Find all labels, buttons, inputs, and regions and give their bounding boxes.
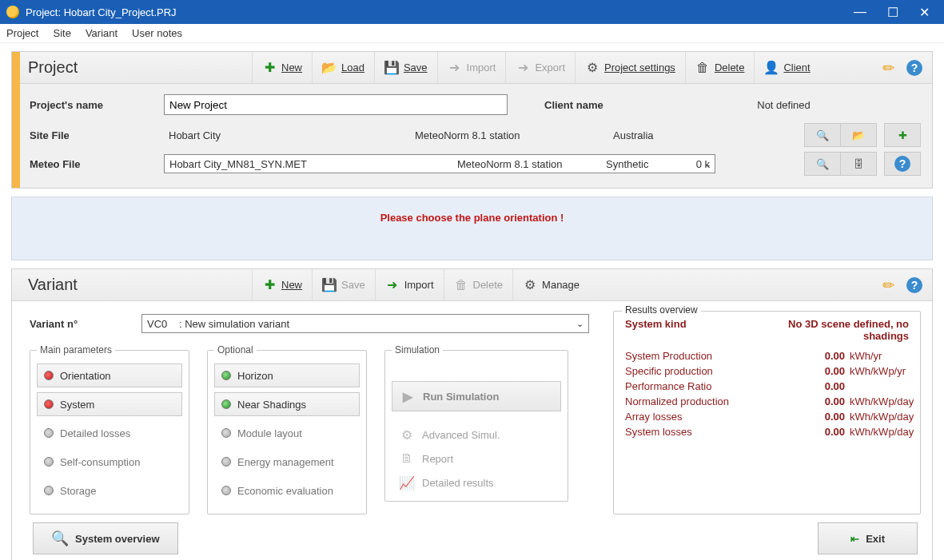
optional-param-module-layout[interactable]: Module layout bbox=[214, 421, 360, 445]
variant-delete-button[interactable]: 🗑Delete bbox=[444, 269, 513, 300]
optional-param-energy-management[interactable]: Energy management bbox=[214, 450, 360, 474]
simulation-legend: Simulation bbox=[392, 344, 443, 355]
search-icon: 🔍 bbox=[51, 530, 69, 547]
main-param-system[interactable]: System bbox=[37, 392, 182, 416]
optional-param-label: Horizon bbox=[237, 370, 273, 382]
menu-usernotes[interactable]: User notes bbox=[132, 27, 182, 39]
main-param-label: Orientation bbox=[60, 370, 111, 382]
results-row: System losses0.00kWh/kWp/day bbox=[625, 424, 909, 439]
project-load-button[interactable]: 📂Load bbox=[312, 52, 374, 83]
detailed-results-button[interactable]: 📈Detailed results bbox=[392, 471, 561, 494]
site-search-button[interactable]: 🔍 bbox=[804, 123, 841, 147]
optional-param-near-shadings[interactable]: Near Shadings bbox=[214, 392, 360, 416]
run-simulation-button[interactable]: ▶ Run Simulation bbox=[392, 381, 561, 411]
project-accent bbox=[12, 52, 20, 188]
exit-button[interactable]: ⇤ Exit bbox=[818, 522, 918, 554]
results-row: Specific production0.00kWh/kWp/yr bbox=[625, 363, 909, 379]
client-name-value: Not defined bbox=[647, 99, 921, 111]
project-settings-button[interactable]: ⚙Project settings bbox=[575, 52, 685, 83]
variant-toolbar: ✚New 💾Save ➜Import 🗑Delete ⚙Manage bbox=[252, 269, 589, 300]
edit-icon[interactable]: ✎ bbox=[878, 57, 899, 77]
help-icon[interactable]: ? bbox=[906, 60, 922, 76]
project-client-button[interactable]: 👤Client bbox=[754, 52, 819, 83]
results-heading-right: No 3D scene defined, no shadings bbox=[765, 318, 909, 342]
site-open-button[interactable]: 📂 bbox=[840, 123, 877, 147]
status-dot-icon bbox=[221, 457, 231, 467]
project-new-label: New bbox=[281, 62, 302, 73]
main-param-detailed-losses[interactable]: Detailed losses bbox=[37, 421, 182, 445]
project-load-label: Load bbox=[341, 62, 364, 73]
main-param-label: Detailed losses bbox=[60, 427, 130, 439]
site-add-button[interactable]: ✚ bbox=[884, 123, 921, 147]
run-simulation-label: Run Simulation bbox=[423, 391, 499, 403]
variant-select-text: : New simulation variant bbox=[179, 318, 289, 330]
meteo-file-dropdown[interactable]: Hobart City_MN81_SYN.MET MeteoNorm 8.1 s… bbox=[164, 154, 715, 173]
main-param-label: System bbox=[60, 399, 94, 411]
save-icon: 💾 bbox=[322, 278, 337, 292]
meteo-db-button[interactable]: 🗄 bbox=[840, 152, 877, 176]
help-icon[interactable]: ? bbox=[906, 277, 922, 293]
main-params-legend: Main parameters bbox=[37, 344, 115, 355]
status-dot-icon bbox=[44, 486, 54, 495]
report-button[interactable]: 🗎Report bbox=[392, 447, 561, 471]
minimize-button[interactable]: — bbox=[854, 5, 866, 20]
trash-icon: 🗑 bbox=[695, 61, 710, 75]
variant-import-label: Import bbox=[404, 279, 434, 291]
meteo-help-button[interactable]: ? bbox=[884, 152, 921, 176]
variant-select-dropdown[interactable]: VC0 : New simulation variant ⌄ bbox=[141, 314, 589, 333]
result-unit: kWh/kWp/yr bbox=[845, 365, 909, 377]
optional-param-economic-evaluation[interactable]: Economic evaluation bbox=[214, 479, 360, 502]
result-value: 0.00 bbox=[797, 411, 845, 423]
main-param-self-consumption[interactable]: Self-consumption bbox=[37, 450, 182, 474]
variant-import-button[interactable]: ➜Import bbox=[375, 269, 444, 300]
main-param-orientation[interactable]: Orientation bbox=[37, 363, 182, 387]
variant-new-button[interactable]: ✚New bbox=[252, 269, 312, 300]
advanced-simul-button[interactable]: ⚙Advanced Simul. bbox=[392, 423, 561, 447]
optional-param-horizon[interactable]: Horizon bbox=[214, 363, 360, 387]
project-import-button[interactable]: ➜Import bbox=[437, 52, 506, 83]
variant-manage-button[interactable]: ⚙Manage bbox=[512, 269, 589, 300]
variant-manage-label: Manage bbox=[542, 279, 580, 291]
system-overview-label: System overview bbox=[75, 533, 160, 545]
project-delete-label: Delete bbox=[715, 62, 745, 73]
project-save-button[interactable]: 💾Save bbox=[374, 52, 437, 83]
result-key: System Production bbox=[625, 350, 797, 362]
status-dot-icon bbox=[44, 399, 54, 409]
project-name-input[interactable] bbox=[164, 94, 508, 115]
project-toolbar: ✚New 📂Load 💾Save ➜Import ➜Export ⚙Projec… bbox=[252, 52, 820, 83]
app-icon bbox=[6, 6, 19, 18]
variant-header: Variant ✚New 💾Save ➜Import 🗑Delete ⚙Mana… bbox=[12, 269, 932, 301]
optional-param-label: Near Shadings bbox=[237, 399, 306, 411]
gear-icon: ⚙ bbox=[400, 427, 414, 442]
close-button[interactable]: ✕ bbox=[919, 5, 930, 20]
project-name-label: Project's name bbox=[30, 99, 157, 111]
menu-variant[interactable]: Variant bbox=[86, 27, 118, 39]
result-key: Specific production bbox=[625, 365, 797, 377]
menu-project[interactable]: Project bbox=[6, 27, 38, 39]
folder-open-icon: 📂 bbox=[322, 61, 337, 75]
system-overview-button[interactable]: 🔍 System overview bbox=[33, 522, 178, 554]
project-new-button[interactable]: ✚New bbox=[252, 52, 312, 83]
variant-new-label: New bbox=[281, 279, 302, 291]
meteo-search-button[interactable]: 🔍 bbox=[804, 152, 841, 176]
status-dot-icon bbox=[44, 371, 54, 380]
status-dot-icon bbox=[44, 457, 54, 467]
project-save-label: Save bbox=[404, 62, 428, 73]
maximize-button[interactable]: ☐ bbox=[887, 5, 898, 20]
menu-site[interactable]: Site bbox=[53, 27, 70, 39]
status-dot-icon bbox=[221, 428, 231, 438]
variant-save-button[interactable]: 💾Save bbox=[312, 269, 375, 300]
project-export-button[interactable]: ➜Export bbox=[505, 52, 575, 83]
edit-icon[interactable]: ✎ bbox=[878, 274, 899, 295]
plus-icon: ✚ bbox=[898, 129, 907, 141]
help-icon: ? bbox=[894, 156, 910, 172]
main-param-storage[interactable]: Storage bbox=[37, 479, 182, 502]
result-value: 0.00 bbox=[797, 426, 845, 438]
optional-legend: Optional bbox=[214, 344, 257, 355]
results-legend: Results overview bbox=[622, 304, 701, 316]
main-param-label: Self-consumption bbox=[60, 456, 140, 468]
project-delete-button[interactable]: 🗑Delete bbox=[685, 52, 755, 83]
optional-param-label: Energy management bbox=[237, 456, 334, 468]
alert-panel: Please choose the plane orientation ! bbox=[11, 197, 933, 260]
meteo-file-kind: Synthetic bbox=[606, 158, 678, 170]
